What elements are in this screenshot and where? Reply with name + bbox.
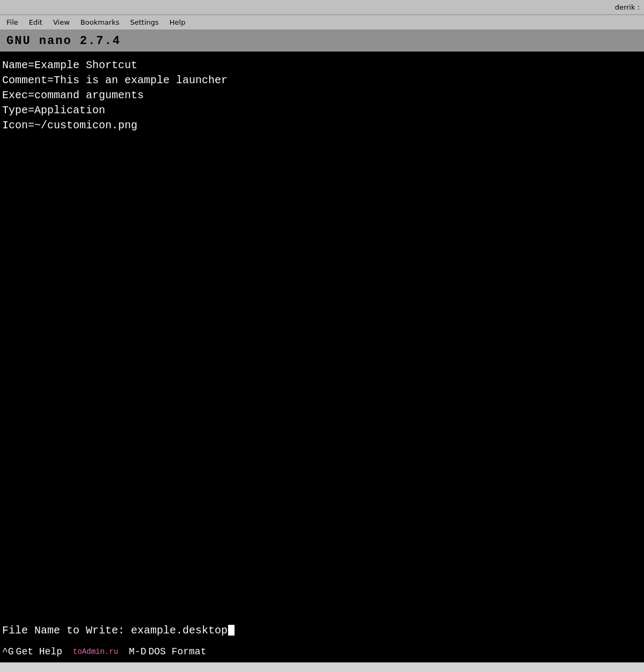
shortcut-key-g: ^G bbox=[2, 646, 14, 657]
title-bar-username: derrik : bbox=[615, 3, 640, 11]
shortcut-bar: ^G Get Help toAdmin.ru M-D DOS Format bbox=[0, 641, 644, 662]
shortcut-get-help: ^G Get Help bbox=[2, 646, 62, 657]
editor-wrapper[interactable]: Name=Example Shortcut Comment=This is an… bbox=[0, 52, 644, 619]
shortcut-label-get-help: Get Help bbox=[16, 646, 62, 657]
menu-bar: File Edit View Bookmarks Settings Help bbox=[0, 15, 644, 30]
shortcut-label-dos: DOS Format bbox=[148, 646, 206, 657]
menu-bookmarks[interactable]: Bookmarks bbox=[76, 17, 124, 27]
shortcut-key-md: M-D bbox=[129, 646, 146, 657]
menu-view[interactable]: View bbox=[49, 17, 74, 27]
shortcut-dos-format: M-D DOS Format bbox=[129, 646, 206, 657]
editor-area[interactable]: Name=Example Shortcut Comment=This is an… bbox=[0, 52, 644, 140]
title-bar: derrik : bbox=[0, 0, 644, 15]
nano-title: GNU nano 2.7.4 bbox=[6, 34, 121, 48]
filename-cursor bbox=[228, 625, 235, 636]
nano-header: GNU nano 2.7.4 bbox=[0, 30, 644, 52]
filename-bar: File Name to Write: example.desktop bbox=[0, 619, 644, 641]
menu-file[interactable]: File bbox=[2, 17, 23, 27]
menu-help[interactable]: Help bbox=[165, 17, 190, 27]
menu-settings[interactable]: Settings bbox=[126, 17, 163, 27]
shortcut-label-toadmin: toAdmin.ru bbox=[73, 647, 118, 656]
filename-label: File Name to Write: example.desktop bbox=[2, 624, 228, 637]
menu-edit[interactable]: Edit bbox=[25, 17, 47, 27]
shortcut-toadmin: toAdmin.ru bbox=[73, 647, 118, 656]
